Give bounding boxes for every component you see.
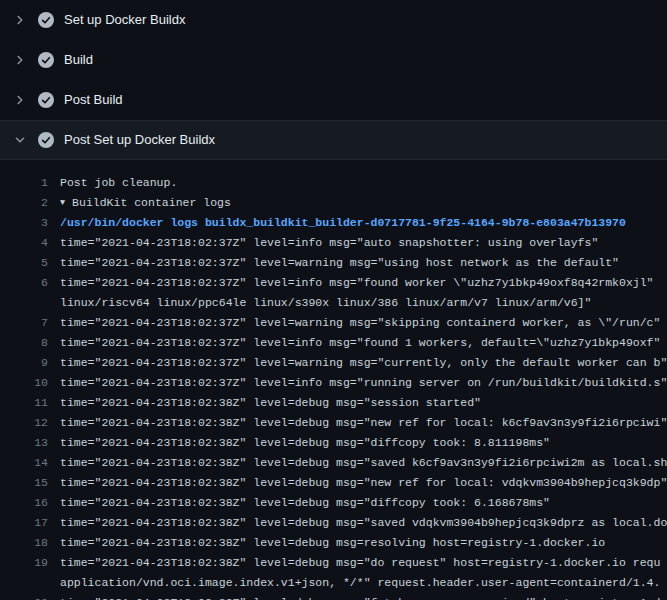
log-line: 12 time="2021-04-23T18:02:38Z" level=deb… [0,413,667,433]
log-line-text: time="2021-04-23T18:02:38Z" level=debug … [48,433,667,453]
step-label: Set up Docker Buildx [64,12,185,28]
log-line-text: time="2021-04-23T18:02:38Z" level=debug … [48,533,667,553]
log-line-text: time="2021-04-23T18:02:37Z" level=info m… [48,233,667,253]
log-line-text: Post job cleanup. [48,173,667,193]
check-circle-icon [38,92,54,108]
log-line-continuation: application/vnd.oci.image.index.v1+json,… [0,573,667,593]
check-circle-icon [38,132,54,148]
log-line-text: /usr/bin/docker logs buildx_buildkit_bui… [48,213,667,233]
log-line: 1 Post job cleanup. [0,173,667,193]
log-line: 20 time="2021-04-23T18:02:38Z" level=deb… [0,593,667,600]
log-line-number[interactable]: 3 [0,213,48,233]
log-line-text: time="2021-04-23T18:02:37Z" level=warnin… [48,353,667,373]
chevron-right-icon [12,92,28,108]
log-line: 8 time="2021-04-23T18:02:37Z" level=info… [0,333,667,353]
step-header-post-build[interactable]: Post Build [0,80,667,120]
log-line: 17 time="2021-04-23T18:02:38Z" level=deb… [0,513,667,533]
log-line-text: time="2021-04-23T18:02:37Z" level=info m… [48,333,667,353]
log-line-number[interactable]: 8 [0,333,48,353]
log-line: 19 time="2021-04-23T18:02:38Z" level=deb… [0,553,667,573]
log-line-text: time="2021-04-23T18:02:37Z" level=warnin… [48,253,667,273]
log-line: 14 time="2021-04-23T18:02:38Z" level=deb… [0,453,667,473]
log-line-text: application/vnd.oci.image.index.v1+json,… [48,573,667,593]
log-line[interactable]: 2 ▼BuildKit container logs [0,193,667,213]
log-line-number[interactable]: 16 [0,493,48,513]
step-label: Build [64,52,93,68]
log-line-text: linux/riscv64 linux/ppc64le linux/s390x … [48,293,667,313]
chevron-right-icon [12,52,28,68]
log-line-number[interactable]: 11 [0,393,48,413]
log-line-number[interactable]: 9 [0,353,48,373]
log-line-number[interactable]: 5 [0,253,48,273]
log-line-number[interactable]: 13 [0,433,48,453]
chevron-down-icon [12,132,28,148]
log-line-text: ▼BuildKit container logs [48,193,667,213]
log-line-number[interactable]: 6 [0,273,48,293]
log-line-number[interactable]: 12 [0,413,48,433]
log-line-number[interactable]: 20 [0,593,48,600]
group-toggle-icon[interactable]: ▼ [60,193,65,213]
check-circle-icon [38,52,54,68]
log-line-text: time="2021-04-23T18:02:38Z" level=debug … [48,413,667,433]
steps-list: Set up Docker Buildx Build P [0,0,667,160]
log-line-continuation: linux/riscv64 linux/ppc64le linux/s390x … [0,293,667,313]
log-line: 4 time="2021-04-23T18:02:37Z" level=info… [0,233,667,253]
log-line-text: time="2021-04-23T18:02:37Z" level=info m… [48,373,667,393]
log-line-number[interactable]: 19 [0,553,48,573]
log-line-number[interactable]: 2 [0,193,48,213]
log-line: 18 time="2021-04-23T18:02:38Z" level=deb… [0,533,667,553]
step-header-build[interactable]: Build [0,40,667,80]
check-circle-icon [38,12,54,28]
log-line-number[interactable]: 7 [0,313,48,333]
step-label: Post Build [64,92,123,108]
log-line: 3 /usr/bin/docker logs buildx_buildkit_b… [0,213,667,233]
step-header-post-set-up-docker-buildx[interactable]: Post Set up Docker Buildx [0,120,667,160]
step-label: Post Set up Docker Buildx [64,132,215,148]
log-line-text: time="2021-04-23T18:02:38Z" level=debug … [48,493,667,513]
log-line-text: time="2021-04-23T18:02:38Z" level=debug … [48,553,667,573]
log-line-number [0,573,48,593]
log-line: 6 time="2021-04-23T18:02:37Z" level=info… [0,273,667,293]
log-line: 5 time="2021-04-23T18:02:37Z" level=warn… [0,253,667,273]
log-line-number[interactable]: 14 [0,453,48,473]
log-line: 7 time="2021-04-23T18:02:37Z" level=warn… [0,313,667,333]
log-line-number [0,293,48,313]
log-line: 10 time="2021-04-23T18:02:37Z" level=inf… [0,373,667,393]
chevron-right-icon [12,12,28,28]
log-line-number[interactable]: 10 [0,373,48,393]
log-line-number[interactable]: 15 [0,473,48,493]
log-line: 13 time="2021-04-23T18:02:38Z" level=deb… [0,433,667,453]
log-line-number[interactable]: 1 [0,173,48,193]
log-line-text: time="2021-04-23T18:02:38Z" level=debug … [48,473,667,493]
log-line-text: time="2021-04-23T18:02:38Z" level=debug … [48,393,667,413]
log-line: 16 time="2021-04-23T18:02:38Z" level=deb… [0,493,667,513]
log-line-text: time="2021-04-23T18:02:38Z" level=debug … [48,593,667,600]
log-line-number[interactable]: 17 [0,513,48,533]
log-line-text: time="2021-04-23T18:02:38Z" level=debug … [48,513,667,533]
step-header-set-up-docker-buildx[interactable]: Set up Docker Buildx [0,0,667,40]
log-line: 15 time="2021-04-23T18:02:38Z" level=deb… [0,473,667,493]
log-line-number[interactable]: 18 [0,533,48,553]
log-line-number[interactable]: 4 [0,233,48,253]
log-line-text: time="2021-04-23T18:02:37Z" level=warnin… [48,313,667,333]
log-line: 9 time="2021-04-23T18:02:37Z" level=warn… [0,353,667,373]
log-viewer: 1 Post job cleanup. 2 ▼BuildKit containe… [0,160,667,600]
log-line-text: time="2021-04-23T18:02:38Z" level=debug … [48,453,667,473]
log-line-text: time="2021-04-23T18:02:37Z" level=info m… [48,273,667,293]
log-line: 11 time="2021-04-23T18:02:38Z" level=deb… [0,393,667,413]
